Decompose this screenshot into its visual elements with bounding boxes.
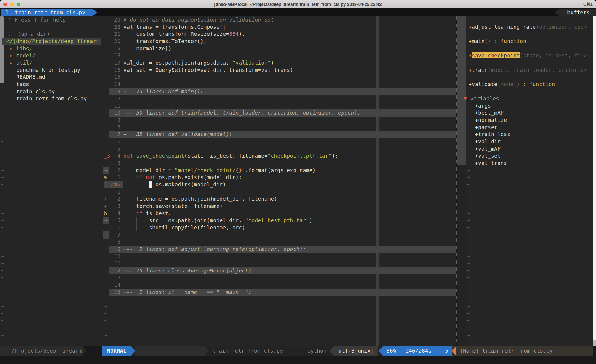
tilde-marker: ~: [104, 317, 107, 324]
code-line[interactable]: src = os.path.join(model_dir, "model_bes…: [123, 217, 312, 224]
vim-tabline: 1. train_retr_from_cls.py buffers: [0, 8, 596, 16]
powerline-arrow-icon: [204, 346, 209, 356]
code-token: val_trans = transforms.Compose([: [123, 24, 226, 30]
tagbar-variable-item[interactable]: +best_mAP: [475, 109, 504, 117]
tilde-marker: ~: [1, 303, 4, 310]
git-branch-segment: +8 ~3 -3 master: [135, 346, 204, 356]
tagbar-function-item[interactable]: +save_checkpoint(state, is_best, fil>: [469, 52, 587, 59]
fold-text[interactable]: +-- 2 lines: if __name__ == "__main__":: [123, 289, 251, 296]
tagbar-function-item[interactable]: +validate(model) : function: [469, 81, 555, 88]
code-token: (state, is_best, filename=: [184, 153, 267, 159]
powerline-arrow-orange-icon: [452, 346, 456, 356]
line-number: 19: [109, 45, 120, 52]
tilde-marker: ~: [1, 181, 4, 188]
tagbar-function-item[interactable]: +train(model, train_loader, criterio>: [469, 67, 587, 74]
fold-text[interactable]: +-- 9 lines: def adjust_learning_rate(op…: [123, 246, 306, 253]
tilde-marker: ~: [1, 267, 4, 274]
code-line[interactable]: transforms.ToTensor(),: [123, 38, 207, 45]
line-number: 17: [109, 59, 120, 67]
tree-item-file[interactable]: train_cls.py: [16, 88, 55, 95]
code-token: os.path.exists(model_dir):: [155, 174, 242, 180]
window-separator-left[interactable]: [102, 16, 102, 346]
tree-dir-label: libs/: [16, 45, 32, 51]
code-line[interactable]: val_trans = transforms.Compose([: [123, 24, 226, 31]
tag-name: save_checkpoint: [472, 52, 520, 58]
code-line[interactable]: val_dir = os.path.join(args.data, "valid…: [123, 59, 274, 67]
line-number: 1: [109, 188, 120, 196]
tagbar-function-item[interactable]: +adjust_learning_rate(optimizer, epo>: [469, 24, 587, 31]
tilde-marker: ~: [467, 181, 470, 188]
code-line[interactable]: def save_checkpoint(state, is_best, file…: [123, 152, 338, 160]
line-number: 7: [109, 131, 120, 138]
tagbar-kind-header[interactable]: ▼ variables: [464, 95, 499, 102]
code-line[interactable]: # do not do data augmentation on validat…: [123, 16, 274, 24]
code-line[interactable]: shutil.copyfile(filename, src): [123, 224, 245, 231]
tagbar-variable-item[interactable]: +val_set: [475, 152, 501, 160]
fold-text[interactable]: +-- 73 lines: def main():: [123, 88, 203, 95]
color-column: [376, 16, 379, 346]
sign-modified: ~: [103, 167, 109, 174]
tree-dir-label: model/: [16, 52, 36, 58]
fold-text[interactable]: +-- 50 lines: def train(model, train_loa…: [123, 109, 360, 117]
tagbar-scrollbar-thumb[interactable]: [457, 16, 466, 165]
tree-up-dir[interactable]: .. (up a dir): [8, 31, 50, 38]
tree-item-file[interactable]: benchmark_on_test.py: [16, 67, 80, 74]
code-token: [123, 174, 136, 180]
code-line[interactable]: filename = os.path.join(model_dir, filen…: [123, 195, 277, 203]
vim-command-line[interactable]: [0, 356, 596, 364]
label: " Press ? for help: [8, 17, 66, 23]
line-number: 10: [109, 109, 120, 117]
tilde-marker: ~: [1, 332, 4, 339]
code-line[interactable]: custom_transform.Resize(size=384),: [123, 31, 245, 38]
tagbar-variable-item[interactable]: +normalize: [475, 117, 507, 124]
code-line[interactable]: if is_best:: [123, 210, 171, 217]
tree-root-label[interactable]: </jdhao/Projects/deep_firear>: [6, 38, 99, 45]
code-line[interactable]: normalize]): [123, 45, 171, 52]
editor-scrollbar-track[interactable]: [593, 16, 596, 364]
statusline-filetype: python: [307, 346, 327, 356]
buffers-label[interactable]: buffers: [555, 9, 596, 16]
tilde-marker: ~: [467, 260, 470, 267]
code-line[interactable]: torch.save(state, filename): [123, 203, 223, 210]
code-token: transforms.ToTensor(),: [123, 38, 207, 44]
tree-item-file[interactable]: tags: [16, 81, 29, 88]
code-line[interactable]: os.makedirs(model_dir): [123, 181, 226, 188]
tilde-marker: ~: [467, 195, 470, 203]
tagbar-variable-item[interactable]: +val_trans: [475, 160, 507, 167]
code-token: is_best:: [143, 210, 171, 216]
tree-item-dir[interactable]: ▸ util/: [10, 59, 32, 67]
nerdtree-scrollbar-thumb[interactable]: [0, 16, 4, 83]
tagbar-variable-item[interactable]: +train_loss: [475, 131, 510, 138]
tagbar-function-item[interactable]: +main() : function: [469, 38, 526, 45]
code-line[interactable]: model_dir = "model/check_point/{}".forma…: [123, 167, 315, 174]
tagbar-variable-item[interactable]: +args: [475, 102, 491, 110]
code-token: "model_best.pth.tar": [245, 217, 309, 223]
line-number: 9: [109, 246, 120, 253]
tree-item-dir[interactable]: ▸ libs/: [10, 45, 32, 52]
tree-item-file[interactable]: README.md: [16, 74, 45, 81]
tilde-marker: ~: [467, 224, 470, 231]
line-number: 1: [109, 174, 120, 181]
tilde-marker: ~: [1, 195, 4, 203]
kind-header-label: variables: [470, 95, 499, 101]
code-token: if: [136, 210, 143, 216]
tab-train-retr-from-cls[interactable]: 1. train_retr_from_cls.py: [1, 9, 97, 16]
tagbar-variable-item[interactable]: +val_mAP: [475, 145, 501, 153]
tilde-marker: ~: [1, 289, 4, 296]
line-number: 7: [109, 231, 120, 239]
tagbar-variable-item[interactable]: +parser: [475, 124, 497, 131]
line-number: 20: [109, 38, 120, 45]
tree-item-dir[interactable]: ▸ model/: [10, 52, 36, 59]
macvim-window: jdhao-MBP.local ~/Projects/deep_firearm/…: [0, 0, 596, 364]
sign-mark: a: [104, 174, 107, 181]
tilde-marker: ~: [467, 217, 470, 224]
sign-added: +: [104, 203, 107, 210]
tilde-marker: ~: [1, 210, 4, 217]
code-token: save_checkpoint: [136, 153, 184, 159]
tagbar-variable-item[interactable]: +val_dir: [475, 138, 501, 145]
code-line[interactable]: if not os.path.exists(model_dir):: [123, 174, 242, 181]
fold-text[interactable]: +-- 15 lines: class AverageMeter(object)…: [123, 267, 255, 274]
code-line[interactable]: val_set = QuerySet(root=val_dir, transfo…: [123, 67, 293, 74]
tree-item-file[interactable]: train_retr_from_cls.py: [16, 95, 87, 102]
fold-text[interactable]: +-- 35 lines: def validate(model):: [123, 131, 232, 138]
